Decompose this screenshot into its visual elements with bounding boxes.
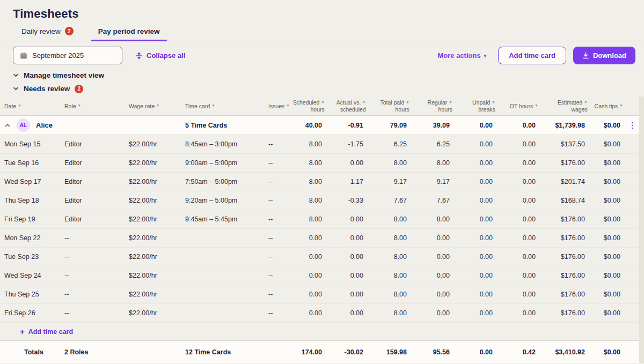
timesheet-row-1[interactable]: Tue Sep 16Editor$22.00/hr9:00am – 5:00pm… bbox=[0, 154, 644, 173]
cell-role: Editor bbox=[64, 197, 129, 204]
cell-wage: $22.00/hr bbox=[129, 253, 185, 261]
cell-totalpaid: 8.00 bbox=[363, 159, 407, 167]
cell-totalpaid: 8.00 bbox=[363, 309, 407, 317]
timesheet-row-8[interactable]: Thu Sep 25--$22.00/hr--0.000.008.000.000… bbox=[0, 285, 644, 304]
column-header-label: Regular bbox=[428, 99, 448, 106]
download-button[interactable]: Download bbox=[573, 47, 635, 64]
sort-caret-icon: ▼ bbox=[18, 104, 21, 108]
tab-daily-review[interactable]: Daily review 2 bbox=[21, 27, 74, 41]
table-body: Mon Sep 15Editor$22.00/hr8:45am – 3:00pm… bbox=[0, 135, 644, 323]
cell-timecard: 8:45am – 3:00pm bbox=[185, 140, 258, 148]
column-header-role[interactable]: Role▼ bbox=[64, 103, 129, 109]
timesheet-row-4[interactable]: Fri Sep 19Editor$22.00/hr9:45am – 5:45pm… bbox=[0, 210, 644, 229]
cell-actual: 0.00 bbox=[322, 272, 363, 279]
column-header-label: Unpaid bbox=[472, 99, 490, 106]
cell-wages: $176.00 bbox=[536, 216, 585, 223]
cell-date: Fri Sep 19 bbox=[4, 216, 64, 223]
collapse-all-button[interactable]: Collapse all bbox=[135, 51, 185, 60]
cell-scheduled: 8.00 bbox=[287, 140, 322, 148]
cell-scheduled: 0.00 bbox=[287, 309, 322, 317]
timesheet-row-5[interactable]: Mon Sep 22--$22.00/hr--0.000.008.000.000… bbox=[0, 229, 644, 248]
cell-unpaid: 0.00 bbox=[450, 197, 493, 204]
cell-issues: -- bbox=[258, 178, 287, 185]
scrollbar-track[interactable] bbox=[639, 96, 644, 363]
cell-date: Tue Sep 16 bbox=[4, 159, 64, 167]
column-header-tips[interactable]: Cash tips▼ bbox=[588, 103, 623, 109]
group-cell-actual: -0.91 bbox=[322, 122, 363, 129]
timesheet-row-0[interactable]: Mon Sep 15Editor$22.00/hr8:45am – 3:00pm… bbox=[0, 135, 644, 154]
cell-wages: $137.50 bbox=[536, 140, 585, 148]
section-needs-review[interactable]: Needs review 2 bbox=[13, 84, 644, 94]
cell-date: Wed Sep 24 bbox=[4, 272, 64, 279]
column-header-wage[interactable]: Wage rate▼ bbox=[129, 103, 185, 109]
cell-tips: $0.00 bbox=[585, 140, 620, 148]
totals-regular: 95.56 bbox=[407, 348, 450, 356]
column-header-regular[interactable]: Regular▼hours bbox=[409, 99, 452, 113]
caret-down-icon: ▾ bbox=[484, 53, 487, 58]
cell-role: -- bbox=[64, 272, 129, 279]
timesheet-row-3[interactable]: Thu Sep 18Editor$22.00/hr9:20am – 5:00pm… bbox=[0, 191, 644, 210]
column-header-label: Scheduled bbox=[293, 99, 320, 106]
totals-timecards: 12 Time Cards bbox=[185, 348, 258, 356]
timesheet-row-2[interactable]: Wed Sep 17Editor$22.00/hr7:50am – 5:00pm… bbox=[0, 173, 644, 191]
column-header-totalpaid[interactable]: Total paid▼hours bbox=[366, 99, 409, 113]
cell-timecard: 9:45am – 5:45pm bbox=[185, 216, 258, 223]
timesheet-row-9[interactable]: Fri Sep 26--$22.00/hr--0.000.008.000.000… bbox=[0, 304, 644, 323]
timesheets-page: Timesheets Daily review 2 Pay period rev… bbox=[0, 0, 644, 364]
section-manage-timesheet-view[interactable]: Manage timesheet view bbox=[13, 70, 644, 80]
column-header-label: Role bbox=[64, 103, 76, 109]
add-time-card-link-label: Add time card bbox=[28, 328, 73, 336]
totals-unpaid: 0.00 bbox=[450, 348, 493, 356]
column-header-actual[interactable]: Actual vs.▼scheduled bbox=[325, 99, 366, 113]
tab-pay-period-review[interactable]: Pay period review bbox=[98, 27, 160, 41]
cell-actual: 0.00 bbox=[322, 234, 363, 242]
cell-date: Thu Sep 18 bbox=[4, 197, 64, 204]
timesheet-table: Date▼Role▼Wage rate▼Time card▼Issues▼Sch… bbox=[0, 96, 644, 363]
column-header-date[interactable]: Date▼ bbox=[4, 103, 64, 109]
column-header-timecard[interactable]: Time card▼ bbox=[185, 103, 258, 109]
totals-wages: $3,410.92 bbox=[536, 348, 585, 356]
column-header-unpaid[interactable]: Unpaid▼breaks bbox=[452, 99, 495, 113]
column-header-issues[interactable]: Issues▼ bbox=[258, 103, 290, 109]
column-header-wages[interactable]: Estimated▼wages bbox=[538, 99, 588, 113]
timesheet-row-6[interactable]: Tue Sep 23--$22.00/hr--0.000.008.000.000… bbox=[0, 248, 644, 266]
cell-unpaid: 0.00 bbox=[450, 234, 493, 242]
cell-wages: $176.00 bbox=[536, 159, 585, 167]
more-actions-button[interactable]: More actions ▾ bbox=[437, 51, 486, 60]
cell-regular: 0.00 bbox=[407, 272, 450, 279]
row-menu-kebab-icon[interactable]: ⋮ bbox=[626, 120, 639, 130]
add-time-card-button[interactable]: Add time card bbox=[498, 47, 566, 64]
cell-wages: $176.00 bbox=[536, 272, 585, 279]
cell-role: Editor bbox=[64, 159, 129, 167]
cell-issues: -- bbox=[258, 197, 287, 204]
add-time-card-link[interactable]: + Add time card bbox=[0, 323, 644, 340]
cell-issues: -- bbox=[258, 216, 287, 223]
column-header-scheduled[interactable]: Scheduled▼hours bbox=[290, 99, 325, 113]
group-cell-tips: $0.00 bbox=[585, 122, 620, 129]
timesheet-row-7[interactable]: Wed Sep 24--$22.00/hr--0.000.008.000.000… bbox=[0, 266, 644, 285]
column-header-label-line2: hours bbox=[409, 106, 452, 113]
cell-regular: 0.00 bbox=[407, 253, 450, 261]
cell-tips: $0.00 bbox=[585, 309, 620, 317]
cell-issues: -- bbox=[258, 140, 287, 148]
totals-totalpaid: 159.98 bbox=[363, 348, 407, 356]
collapse-group-chevron-up-icon[interactable] bbox=[4, 122, 11, 129]
cell-scheduled: 8.00 bbox=[287, 197, 322, 204]
cell-date: Thu Sep 25 bbox=[4, 291, 64, 298]
chevron-down-icon bbox=[13, 86, 19, 92]
section-needs-review-label: Needs review bbox=[24, 85, 70, 93]
cell-actual: 0.00 bbox=[322, 159, 363, 167]
cell-regular: 0.00 bbox=[407, 234, 450, 242]
cell-actual: 1.17 bbox=[322, 178, 363, 185]
cell-ot: 0.00 bbox=[493, 216, 536, 223]
cell-date: Mon Sep 22 bbox=[4, 234, 64, 242]
cell-role: -- bbox=[64, 291, 129, 298]
collapse-all-icon bbox=[135, 52, 143, 60]
cell-totalpaid: 8.00 bbox=[363, 216, 407, 223]
cell-unpaid: 0.00 bbox=[450, 159, 493, 167]
needs-review-badge: 2 bbox=[75, 85, 83, 93]
pay-period-picker[interactable]: September 2025 bbox=[13, 47, 122, 64]
cell-actual: 0.00 bbox=[322, 291, 363, 298]
column-header-ot[interactable]: OT hours▼ bbox=[495, 103, 538, 109]
cell-tips: $0.00 bbox=[585, 291, 620, 298]
